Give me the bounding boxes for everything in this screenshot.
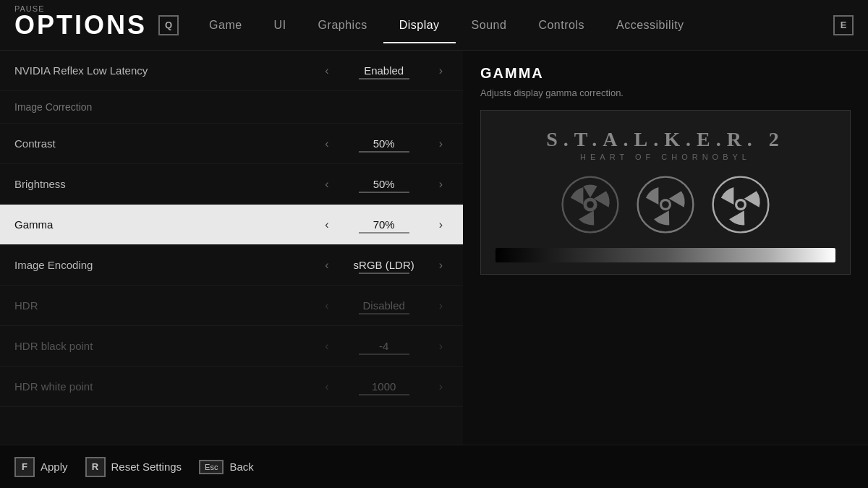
hdr-value: Disabled [341,299,427,312]
hdr-white-row: HDR white point ‹ 1000 › [0,367,463,407]
nvidia-next-arrow[interactable]: › [433,61,448,80]
pause-label: Pause [14,4,44,13]
hdr-black-controls: ‹ -4 › [319,337,448,356]
contrast-controls: ‹ 50% › [319,134,448,153]
gamma-value: 70% [341,218,427,231]
stalker-logo: S.T.A.L.K.E.R. 2 HEART OF CHORNOBYL [546,128,785,161]
tab-sound[interactable]: Sound [456,13,523,38]
nvidia-reflex-value: Enabled [341,64,427,77]
brightness-row: Brightness ‹ 50% › [0,164,463,205]
hdr-white-value: 1000 [341,380,427,393]
header: Pause OPTIONS Q Game UI Graphics Display… [0,0,868,51]
back-key: Esc [199,460,224,474]
hdr-black-prev-arrow[interactable]: ‹ [319,337,334,356]
right-key-badge: E [833,15,854,35]
radiation-symbols [561,176,770,234]
gamma-gradient-bar [495,248,835,262]
apply-key: F [14,457,35,477]
contrast-prev-arrow[interactable]: ‹ [319,134,334,153]
gamma-prev-arrow[interactable]: ‹ [319,215,334,234]
tab-controls[interactable]: Controls [522,13,600,38]
tab-graphics[interactable]: Graphics [302,13,383,38]
contrast-value: 50% [341,137,427,150]
gamma-row[interactable]: Gamma ‹ 70% › [0,205,463,245]
back-label[interactable]: Back [229,461,253,473]
nav-tabs: Game UI Graphics Display Sound Controls … [193,13,833,38]
tab-ui[interactable]: UI [258,13,302,38]
reset-action: R Reset Settings [85,457,182,477]
hdr-next-arrow[interactable]: › [433,296,448,315]
right-panel: GAMMA Adjusts display gamma correction. … [463,51,868,445]
reset-key: R [85,457,106,477]
gamma-preview: S.T.A.L.K.E.R. 2 HEART OF CHORNOBYL [480,110,851,275]
image-encoding-row: Image Encoding ‹ sRGB (LDR) › [0,245,463,286]
tab-accessibility[interactable]: Accessibility [600,13,700,38]
hdr-row: HDR ‹ Disabled › [0,286,463,326]
hdr-black-row: HDR black point ‹ -4 › [0,326,463,367]
nvidia-reflex-label: NVIDIA Reflex Low Latency [14,64,319,77]
main-content: NVIDIA Reflex Low Latency ‹ Enabled › Im… [0,51,868,445]
hdr-label: HDR [14,299,319,312]
brightness-controls: ‹ 50% › [319,175,448,194]
nvidia-prev-arrow[interactable]: ‹ [319,61,334,80]
hdr-black-value: -4 [341,340,427,352]
brightness-next-arrow[interactable]: › [433,175,448,194]
radiation-symbol-3 [712,176,770,234]
encoding-next-arrow[interactable]: › [433,256,448,275]
contrast-label: Contrast [14,137,319,150]
reset-label[interactable]: Reset Settings [111,461,182,473]
contrast-next-arrow[interactable]: › [433,134,448,153]
contrast-row: Contrast ‹ 50% › [0,124,463,164]
image-encoding-label: Image Encoding [14,259,319,271]
hdr-black-label: HDR black point [14,340,319,352]
svg-point-2 [587,201,594,208]
brightness-value: 50% [341,178,427,190]
brightness-label: Brightness [14,178,319,190]
brightness-prev-arrow[interactable]: ‹ [319,175,334,194]
left-key-badge: Q [158,15,179,35]
hdr-prev-arrow[interactable]: ‹ [319,296,334,315]
tab-game[interactable]: Game [193,13,258,38]
image-correction-header: Image Correction [0,91,463,124]
encoding-prev-arrow[interactable]: ‹ [319,256,334,275]
gamma-next-arrow[interactable]: › [433,215,448,234]
hdr-white-controls: ‹ 1000 › [319,377,448,396]
tab-display[interactable]: Display [383,13,456,38]
hdr-white-prev-arrow[interactable]: ‹ [319,377,334,396]
hdr-white-label: HDR white point [14,380,319,393]
radiation-symbol-1 [561,176,619,234]
gamma-panel-title: GAMMA [480,65,851,82]
image-encoding-value: sRGB (LDR) [341,259,427,271]
svg-point-8 [737,201,744,208]
gamma-panel-desc: Adjusts display gamma correction. [480,87,851,98]
stalker-subtitle: HEART OF CHORNOBYL [546,153,785,161]
back-action: Esc Back [199,460,254,474]
bottom-bar: F Apply R Reset Settings Esc Back [0,445,868,488]
nvidia-reflex-row: NVIDIA Reflex Low Latency ‹ Enabled › [0,51,463,91]
options-title: OPTIONS [14,10,147,40]
apply-label[interactable]: Apply [41,461,68,473]
gamma-controls: ‹ 70% › [319,215,448,234]
hdr-controls: ‹ Disabled › [319,296,448,315]
nvidia-reflex-controls: ‹ Enabled › [319,61,448,80]
stalker-main-text: S.T.A.L.K.E.R. 2 [546,128,785,151]
hdr-black-next-arrow[interactable]: › [433,337,448,356]
left-panel: NVIDIA Reflex Low Latency ‹ Enabled › Im… [0,51,463,445]
gamma-label: Gamma [14,218,319,231]
radiation-symbol-2 [637,176,694,234]
apply-action: F Apply [14,457,68,477]
image-encoding-controls: ‹ sRGB (LDR) › [319,256,448,275]
svg-point-5 [662,201,669,208]
hdr-white-next-arrow[interactable]: › [433,377,448,396]
